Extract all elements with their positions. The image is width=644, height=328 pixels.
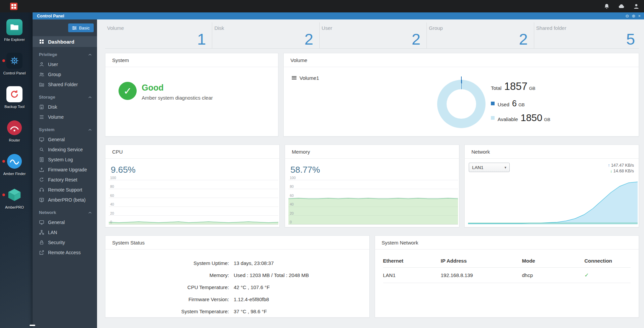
available-label: Avaliable bbox=[498, 116, 518, 122]
sidebar-item-remote-access[interactable]: Remote Access bbox=[33, 248, 97, 258]
sidebar-item-label: User bbox=[48, 62, 58, 67]
log-document-icon bbox=[39, 157, 44, 162]
monitor-icon bbox=[39, 220, 44, 225]
close-button-icon[interactable]: × bbox=[638, 14, 641, 18]
sidebar-item-label: Remote Access bbox=[48, 250, 81, 255]
status-row-memory: Memory: Used : 1203 MB / Total : 2048 MB bbox=[105, 269, 369, 281]
interface-select[interactable]: LAN1 ▾ bbox=[469, 163, 510, 172]
volume-list-item[interactable]: Volume1 bbox=[292, 75, 319, 81]
reset-icon bbox=[39, 177, 44, 182]
stat-disk: Disk 2 bbox=[212, 22, 319, 48]
status-value: 37 °C , 98.6 °F bbox=[234, 309, 267, 314]
cloud-icon[interactable] bbox=[618, 3, 625, 10]
sidebar-item-volume[interactable]: Volume bbox=[33, 112, 97, 122]
topbar-icons bbox=[603, 3, 640, 10]
status-label: System Uptime: bbox=[105, 260, 229, 266]
desktop-app-control-panel[interactable]: Control Panel bbox=[0, 53, 29, 86]
desktop-app-router[interactable]: Router bbox=[0, 120, 29, 153]
desktop-app-file-explorer[interactable]: File Explorer bbox=[0, 19, 29, 53]
window-titlebar[interactable]: Control Panel ⊖ ⊕ × bbox=[33, 12, 644, 19]
stats-row: Volume 1 Disk 2 User 2 Group 2 Shared fo… bbox=[105, 22, 639, 49]
down-arrow-icon: ↓ bbox=[610, 169, 612, 173]
sidebar-item-system-log[interactable]: System Log bbox=[33, 155, 97, 165]
stat-shared-folder: Shared folder 5 bbox=[534, 22, 639, 48]
sidebar-item-lan[interactable]: LAN bbox=[33, 227, 97, 237]
system-logo[interactable] bbox=[10, 3, 17, 10]
upload-icon bbox=[39, 167, 44, 172]
health-check-icon: ✓ bbox=[119, 82, 137, 100]
group-icon bbox=[39, 72, 44, 77]
window-title: Control Panel bbox=[37, 14, 64, 18]
section-title: Privilege bbox=[39, 52, 57, 57]
sidebar-item-security[interactable]: Security bbox=[33, 237, 97, 248]
sidebar-section-storage[interactable]: Storage bbox=[33, 90, 97, 102]
memory-card: Memory 58.77% 100806040200 bbox=[285, 145, 459, 227]
capacity-legend: Total 1857 GB Used 6 GB bbox=[491, 80, 550, 123]
stat-label: Disk bbox=[214, 25, 313, 31]
available-value: 1850 bbox=[521, 112, 543, 123]
status-label: Memory: bbox=[105, 272, 229, 278]
sidebar-item-group[interactable]: Group bbox=[33, 69, 97, 79]
status-row-system-temp: System Temperature: 37 °C , 98.6 °F bbox=[105, 305, 369, 317]
sidebar-item-disk[interactable]: Disk bbox=[33, 102, 97, 112]
desktop-app-backup-tool[interactable]: Backup Tool bbox=[0, 86, 29, 120]
sidebar-item-system-general[interactable]: General bbox=[33, 134, 97, 145]
sidebar-item-remote-support[interactable]: Remote Support bbox=[33, 185, 97, 195]
stat-value: 2 bbox=[305, 32, 313, 47]
sidebar-item-network-general[interactable]: General bbox=[33, 217, 97, 227]
stat-user: User 2 bbox=[320, 22, 427, 48]
svg-text:20: 20 bbox=[110, 211, 114, 215]
dashboard-main: Volume 1 Disk 2 User 2 Group 2 Shared fo… bbox=[97, 19, 644, 328]
status-value: 42 °C , 107.6 °F bbox=[234, 284, 270, 290]
desktop-app-amber-finder[interactable]: Amber Finder bbox=[0, 153, 29, 187]
connection-check-icon: ✓ bbox=[585, 272, 589, 278]
col-ethernet: Ethernet bbox=[383, 254, 441, 268]
sidebar-item-shared-folder[interactable]: Shared Folder bbox=[33, 79, 97, 90]
notifications-bell-icon[interactable] bbox=[603, 3, 610, 10]
sidebar-item-label: Firmware Upgrade bbox=[48, 167, 87, 172]
up-arrow-icon: ↑ bbox=[608, 163, 610, 168]
stat-volume: Volume 1 bbox=[105, 22, 212, 48]
sidebar-section-system[interactable]: System bbox=[33, 122, 97, 134]
network-throughput-chart bbox=[468, 176, 638, 226]
sidebar-item-factory-reset[interactable]: Factory Reset bbox=[33, 175, 97, 185]
card-title: System bbox=[105, 53, 278, 67]
svg-text:80: 80 bbox=[110, 184, 114, 188]
sidebar-section-privilege[interactable]: Privilege bbox=[33, 47, 97, 59]
system-card: System ✓ Good Amber system diagnostics c… bbox=[105, 53, 278, 136]
sidebar-item-firmware-upgrade[interactable]: Firmware Upgrade bbox=[33, 165, 97, 175]
svg-text:40: 40 bbox=[290, 202, 294, 206]
stat-group: Group 2 bbox=[427, 22, 534, 48]
sliders-icon bbox=[72, 26, 77, 30]
maximize-button-icon[interactable]: ⊕ bbox=[632, 14, 636, 18]
cpu-usage-chart: 100806040200 bbox=[109, 176, 278, 226]
minimize-button-icon[interactable]: ⊖ bbox=[626, 14, 629, 18]
system-status-text: Good bbox=[142, 83, 213, 93]
svg-text:0: 0 bbox=[110, 220, 112, 224]
notification-badge bbox=[2, 59, 5, 62]
volume-layers-icon bbox=[39, 114, 44, 120]
control-panel-icon bbox=[6, 53, 22, 69]
cell-ip-address: 192.168.8.139 bbox=[441, 268, 522, 283]
sidebar-item-dashboard[interactable]: Dashboard bbox=[33, 36, 97, 47]
card-title: Volume bbox=[284, 53, 639, 67]
sidebar-item-user[interactable]: User bbox=[33, 59, 97, 69]
sidebar-item-label: General bbox=[48, 137, 65, 142]
network-rates: ↑ 147.47 KB/s ↓ 14.68 KB/s bbox=[608, 163, 634, 174]
file-explorer-icon bbox=[6, 19, 22, 35]
sidebar-item-amberpro-beta[interactable]: AmberPRO (beta) bbox=[33, 195, 97, 205]
basic-mode-button[interactable]: Basic bbox=[68, 23, 94, 32]
system-status-card: System Status System Uptime: 13 days, 23… bbox=[105, 235, 370, 318]
sidebar-item-label: General bbox=[48, 220, 65, 225]
sidebar-section-network[interactable]: Network bbox=[33, 205, 97, 217]
stat-value: 5 bbox=[626, 32, 635, 47]
svg-text:100: 100 bbox=[110, 176, 116, 180]
col-ip-address: IP Address bbox=[441, 254, 522, 268]
user-account-icon[interactable] bbox=[633, 3, 640, 10]
total-unit: GB bbox=[529, 86, 536, 91]
status-label: CPU Temperature: bbox=[105, 284, 229, 290]
status-label: System Temperature: bbox=[105, 309, 229, 314]
sidebar-item-indexing-service[interactable]: Indexing Service bbox=[33, 145, 97, 155]
desktop-app-amberpro[interactable]: AmberPRO bbox=[0, 187, 29, 220]
cell-ethernet: LAN1 bbox=[383, 268, 441, 283]
